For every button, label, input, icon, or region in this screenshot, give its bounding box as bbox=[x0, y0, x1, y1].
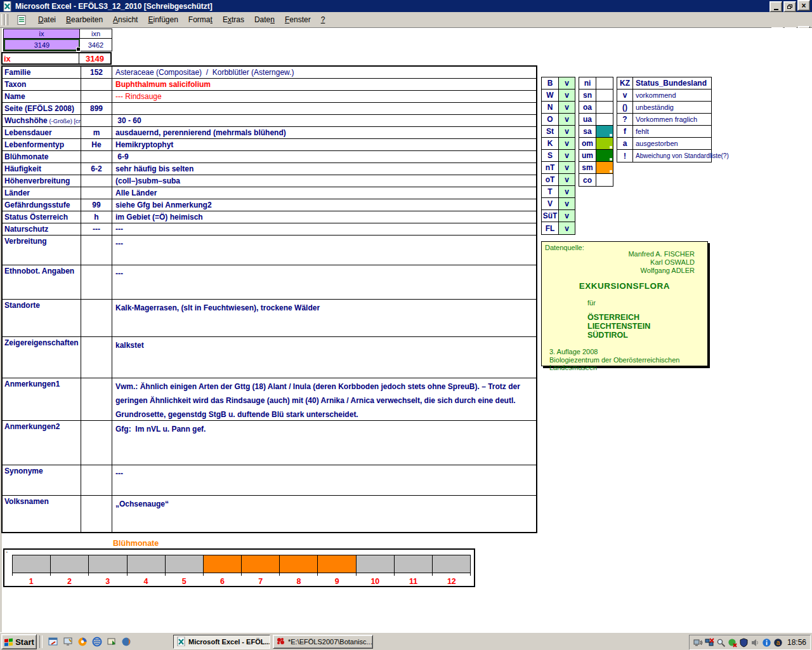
tray-volume-monitor-icon[interactable] bbox=[693, 638, 703, 647]
record-value-1[interactable]: Buphthalmum salicifolium bbox=[112, 79, 536, 90]
bundesland-status-2[interactable]: v bbox=[558, 102, 575, 113]
record-code-7[interactable] bbox=[81, 151, 112, 162]
record-label-21[interactable]: Volksnamen bbox=[3, 496, 81, 532]
taskbar-clock[interactable]: 18:56 bbox=[787, 638, 806, 647]
record-label-3[interactable]: Seite (EFÖLS 2008) bbox=[3, 103, 81, 114]
bundesland-code-11[interactable]: SüT bbox=[542, 210, 558, 222]
bundesland-code-12[interactable]: FL bbox=[542, 222, 558, 234]
record-value-15[interactable]: --- bbox=[112, 265, 536, 299]
bundesland-status-6[interactable]: v bbox=[558, 150, 575, 161]
record-code-15[interactable] bbox=[81, 265, 112, 299]
taskbar-button-0[interactable]: Microsoft Excel - EFÖL... bbox=[173, 635, 270, 649]
toolbar-grip2[interactable] bbox=[5, 14, 8, 25]
record-code-12[interactable]: h bbox=[81, 211, 112, 223]
record-value-11[interactable]: siehe Gfg bei Anmerkung2 bbox=[112, 199, 536, 211]
bundesland-code-2[interactable]: N bbox=[542, 102, 558, 113]
record-code-3[interactable]: 899 bbox=[81, 103, 112, 114]
record-value-13[interactable]: --- bbox=[112, 223, 536, 235]
record-value-3[interactable] bbox=[112, 103, 536, 114]
bundesland-status-7[interactable]: v bbox=[558, 162, 575, 173]
quicklaunch-window-icon[interactable] bbox=[48, 637, 58, 647]
record-code-17[interactable] bbox=[81, 337, 112, 378]
toolbar-grip[interactable] bbox=[1, 14, 4, 25]
quicklaunch-mediaplayer-icon[interactable] bbox=[77, 637, 88, 647]
region-color-2[interactable] bbox=[596, 102, 613, 113]
record-value-2[interactable]: --- Rindsauge bbox=[112, 91, 536, 102]
record-label-7[interactable]: Blühmonate bbox=[3, 151, 81, 162]
record-label-5[interactable]: Lebensdauer bbox=[3, 127, 81, 138]
record-value-6[interactable]: Hemikryptophyt bbox=[112, 139, 536, 150]
region-color-3[interactable] bbox=[596, 114, 613, 125]
record-value-8[interactable]: sehr häufig bis selten bbox=[112, 163, 536, 175]
bundesland-code-1[interactable]: W bbox=[542, 90, 558, 101]
record-value-7[interactable]: 6-9 bbox=[112, 151, 536, 162]
close-button[interactable]: × bbox=[797, 0, 810, 11]
region-color-4[interactable] bbox=[596, 126, 613, 137]
minimize-button[interactable] bbox=[769, 1, 782, 12]
record-value-12[interactable]: im Gebiet (=Ö) heimisch bbox=[112, 211, 536, 223]
record-value-20[interactable]: --- bbox=[112, 465, 536, 495]
fill-handle[interactable] bbox=[76, 47, 81, 51]
region-color-1[interactable] bbox=[596, 90, 613, 101]
tray-speaker-icon[interactable] bbox=[750, 638, 760, 647]
menu-item-daten[interactable]: Daten bbox=[249, 13, 280, 26]
bloom-chart[interactable]: ' 123456789101112 bbox=[3, 548, 475, 587]
record-label-10[interactable]: Länder bbox=[3, 187, 81, 199]
record-code-16[interactable] bbox=[81, 300, 112, 336]
record-code-18[interactable] bbox=[81, 378, 112, 420]
menu-item-extras[interactable]: Extras bbox=[218, 13, 249, 26]
region-code-7[interactable]: sm bbox=[579, 162, 596, 173]
bundesland-status-11[interactable]: v bbox=[558, 210, 575, 222]
bundesland-code-5[interactable]: K bbox=[542, 138, 558, 149]
record-code-5[interactable]: m bbox=[81, 127, 112, 138]
region-code-0[interactable]: ni bbox=[579, 77, 596, 89]
tray-antivirus-icon[interactable] bbox=[728, 638, 737, 647]
quicklaunch-ie-icon[interactable] bbox=[91, 637, 102, 647]
record-code-13[interactable]: --- bbox=[81, 223, 112, 235]
tray-a-badge-icon[interactable]: a bbox=[773, 638, 783, 647]
tray-magnifier-icon[interactable] bbox=[716, 638, 726, 647]
record-code-14[interactable] bbox=[81, 235, 112, 265]
region-color-0[interactable] bbox=[596, 77, 613, 89]
key-label-cell[interactable]: ix bbox=[3, 53, 79, 63]
tray-info-icon[interactable] bbox=[762, 638, 771, 647]
key-value-cell[interactable]: 3149 bbox=[79, 53, 110, 63]
record-value-4[interactable]: 30 - 60 bbox=[112, 115, 536, 126]
record-value-14[interactable]: --- bbox=[112, 235, 536, 265]
record-label-0[interactable]: Familie bbox=[3, 67, 81, 78]
record-label-15[interactable]: Ethnobot. Angaben bbox=[3, 265, 81, 299]
bundesland-code-6[interactable]: S bbox=[542, 150, 558, 161]
record-label-19[interactable]: Anmerkungen2 bbox=[3, 421, 81, 465]
quicklaunch-showdesktop-icon[interactable] bbox=[106, 637, 117, 647]
record-code-11[interactable]: 99 bbox=[81, 199, 112, 211]
bundesland-code-3[interactable]: O bbox=[542, 114, 558, 125]
bundesland-code-4[interactable]: St bbox=[542, 126, 558, 137]
region-code-2[interactable]: oa bbox=[579, 102, 596, 113]
record-code-10[interactable] bbox=[81, 187, 112, 199]
quicklaunch-desktop-icon[interactable] bbox=[62, 637, 73, 647]
bundesland-status-9[interactable]: v bbox=[558, 186, 575, 197]
record-value-10[interactable]: Alle Länder bbox=[112, 187, 536, 199]
region-color-7[interactable] bbox=[596, 162, 613, 173]
record-label-20[interactable]: Synonyme bbox=[3, 465, 81, 495]
record-label-17[interactable]: Zeigereigenschaften bbox=[3, 337, 81, 378]
record-label-6[interactable]: Lebenformentyp bbox=[3, 139, 81, 150]
record-code-19[interactable] bbox=[81, 421, 112, 465]
record-label-16[interactable]: Standorte bbox=[3, 300, 81, 336]
bundesland-status-10[interactable]: v bbox=[558, 198, 575, 209]
menu-item-datei[interactable]: Datei bbox=[33, 13, 61, 26]
bundesland-code-9[interactable]: T bbox=[542, 186, 558, 197]
record-label-4[interactable]: Wuchshöhe (-Größe) [cm] bbox=[3, 115, 81, 126]
region-color-6[interactable] bbox=[596, 150, 613, 161]
record-label-2[interactable]: Name bbox=[3, 91, 81, 102]
region-code-5[interactable]: om bbox=[579, 138, 596, 149]
record-value-9[interactable]: (coll–)subm–suba bbox=[112, 175, 536, 187]
bundesland-code-10[interactable]: V bbox=[542, 198, 558, 209]
bundesland-status-12[interactable]: v bbox=[558, 222, 575, 234]
region-color-5[interactable] bbox=[596, 138, 613, 149]
record-label-18[interactable]: Anmerkungen1 bbox=[3, 378, 81, 420]
region-code-4[interactable]: sa bbox=[579, 126, 596, 137]
menu-item-format[interactable]: Format bbox=[183, 13, 218, 26]
record-value-16[interactable]: Kalk-Magerrasen, (slt in Feuchtwiesen), … bbox=[112, 300, 536, 336]
record-code-0[interactable]: 152 bbox=[81, 67, 112, 78]
